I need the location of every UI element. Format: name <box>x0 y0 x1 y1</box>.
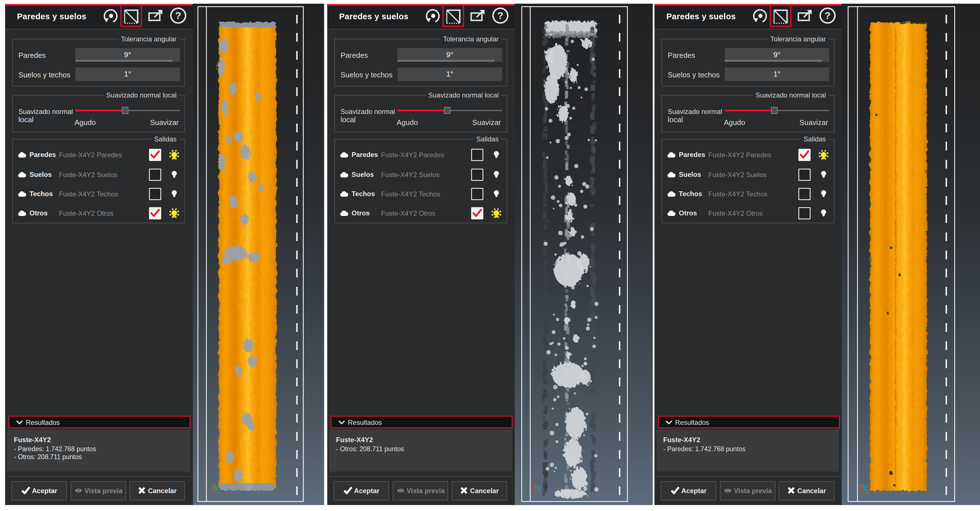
svg-text:?: ? <box>497 10 503 21</box>
svg-text:?: ? <box>175 10 181 21</box>
svg-text:X: X <box>214 485 219 493</box>
svg-text:X: X <box>863 485 868 493</box>
svg-text:?: ? <box>824 10 830 21</box>
svg-text:X: X <box>536 485 541 493</box>
